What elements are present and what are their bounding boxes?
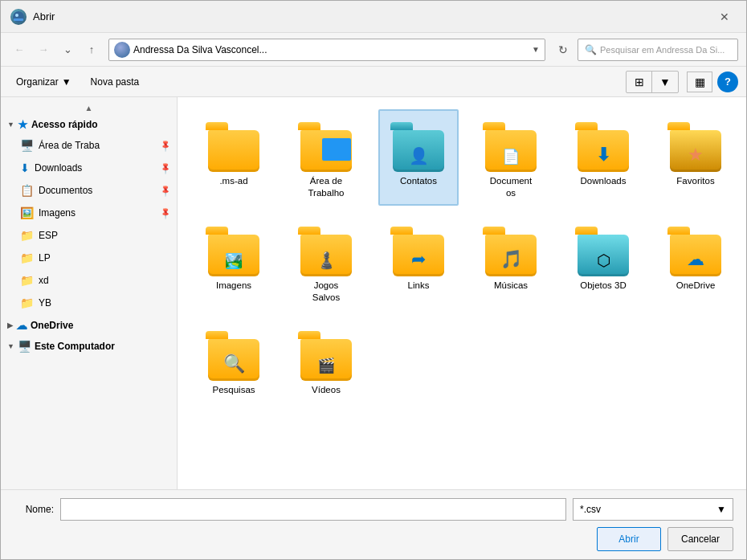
sidebar: ▲ ▼ ★ Acesso rápido 🖥️ Área de Traba 📌 ⬇… [1, 97, 178, 489]
file-item-videos[interactable]: 🎬 Vídeos [286, 318, 366, 403]
forward-button[interactable]: → [33, 39, 54, 60]
star-icon: ★ [688, 145, 704, 166]
file-item-jogos[interactable]: ♟️ JogosSalvos [286, 214, 366, 310]
quick-access-header[interactable]: ▼ ★ Acesso rápido [1, 115, 177, 134]
file-area: .ms-ad Área deTrabalho [178, 97, 746, 489]
folder-overlay-favoritos: ★ [667, 145, 724, 166]
file-label-videos: Vídeos [312, 384, 341, 396]
folder-tab-onedrive [667, 227, 690, 235]
view-grid-button[interactable]: ⊞ [627, 72, 652, 92]
folder-overlay-objetos3d: ⬡ [575, 251, 631, 270]
file-label-objetos3d: Objetos 3D [580, 280, 627, 292]
folder-icon-pesquisas: 🔍 [206, 325, 262, 381]
file-item-links[interactable]: ➦ Links [378, 214, 459, 310]
download-arrow-icon: ⬇ [596, 145, 610, 166]
organize-button[interactable]: Organizar ▼ [9, 72, 79, 92]
video-icon: 🎬 [317, 357, 335, 374]
sidebar-downloads-label: Downloads [35, 162, 156, 174]
folder-overlay-documentos: 📄 [483, 148, 539, 166]
folder-icon-jogos: ♟️ [298, 220, 354, 276]
sidebar-item-desktop[interactable]: 🖥️ Área de Traba 📌 [1, 134, 177, 157]
sidebar-item-lp[interactable]: 📁 LP [1, 247, 177, 269]
filetype-select[interactable]: *.csv ▼ [573, 498, 733, 521]
address-text: Andressa Da Silva Vasconcel... [133, 44, 529, 55]
sidebar-lp-label: LP [39, 252, 170, 264]
organize-label: Organizar [16, 76, 59, 88]
up-button[interactable]: ↑ [81, 39, 102, 60]
new-folder-label: Nova pasta [91, 76, 140, 88]
folder-overlay-links: ➦ [390, 249, 447, 270]
file-item-msad[interactable]: .ms-ad [194, 109, 274, 206]
quick-access-star-icon: ★ [18, 118, 28, 131]
pin-icon-3: 📌 [159, 184, 172, 197]
title-bar: Abrir ✕ [1, 1, 746, 33]
cancel-button[interactable]: Cancelar [667, 527, 733, 551]
dropdown-button[interactable]: ⌄ [57, 39, 78, 60]
filename-input[interactable] [60, 498, 566, 521]
music-icon: 🎵 [500, 249, 522, 270]
folder-icon-favoritos: ★ [667, 116, 724, 172]
sidebar-item-yb[interactable]: 📁 YB [1, 292, 177, 314]
folder-overlay-contatos: 👤 [390, 146, 447, 166]
svg-point-1 [15, 14, 18, 17]
sidebar-item-documents[interactable]: 📋 Documentos 📌 [1, 179, 177, 202]
folder-icon-onedrive: ☁ [667, 220, 724, 276]
this-computer-header[interactable]: ▼ 🖥️ Este Computador [1, 337, 177, 356]
file-item-pesquisas[interactable]: 🔍 Pesquisas [194, 318, 274, 403]
onedrive-header[interactable]: ▶ ☁ OneDrive [1, 316, 177, 335]
file-item-downloads[interactable]: ⬇ Downloads [563, 109, 643, 206]
file-item-favoritos[interactable]: ★ Favoritos [655, 109, 736, 206]
documents-icon: 📋 [20, 184, 34, 197]
folder-icon-xd: 📁 [20, 274, 34, 287]
chess-icon: ♟️ [316, 251, 337, 270]
folder-tab-jogos [298, 227, 320, 235]
view-dropdown-button[interactable]: ▼ [652, 72, 678, 92]
cloud-icon: ☁ [687, 249, 704, 270]
open-dialog: Abrir ✕ ← → ⌄ ↑ Andressa Da Silva Vascon… [0, 0, 747, 560]
folder-icon-imagens: 🏞️ [206, 220, 262, 276]
address-field[interactable]: Andressa Da Silva Vasconcel... ▼ [108, 39, 545, 61]
folder-icon-musicas: 🎵 [483, 220, 539, 276]
file-label-msad: .ms-ad [219, 175, 247, 187]
file-label-musicas: Músicas [494, 280, 528, 292]
sidebar-item-downloads[interactable]: ⬇ Downloads 📌 [1, 157, 177, 179]
new-folder-button[interactable]: Nova pasta [84, 72, 147, 92]
folder-base [208, 130, 259, 172]
sidebar-item-images[interactable]: 🖼️ Imagens 📌 [1, 202, 177, 224]
pin-icon: 📌 [159, 139, 172, 152]
open-button[interactable]: Abrir [597, 527, 661, 551]
close-button[interactable]: ✕ [712, 8, 737, 26]
file-label-favoritos: Favoritos [676, 175, 714, 187]
file-item-desktop[interactable]: Área deTrabalho [286, 109, 366, 206]
file-item-musicas[interactable]: 🎵 Músicas [471, 214, 551, 310]
pane-toggle-icon: ▦ [695, 76, 705, 88]
file-label-imagens: Imagens [216, 280, 251, 292]
file-item-onedrive[interactable]: ☁ OneDrive [655, 214, 736, 310]
main-content: ▲ ▼ ★ Acesso rápido 🖥️ Área de Traba 📌 ⬇… [1, 97, 746, 489]
search-field[interactable]: 🔍 Pesquisar em Andressa Da Si... [578, 39, 738, 61]
back-button[interactable]: ← [9, 39, 30, 60]
folder-icon-yb: 📁 [20, 296, 34, 309]
pane-toggle-button[interactable]: ▦ [687, 72, 712, 92]
file-item-objetos3d[interactable]: ⬡ Objetos 3D [563, 214, 643, 310]
refresh-button[interactable]: ↻ [552, 39, 574, 61]
file-label-pesquisas: Pesquisas [212, 384, 255, 396]
sidebar-item-esp[interactable]: 📁 ESP [1, 224, 177, 247]
file-item-imagens[interactable]: 🏞️ Imagens [194, 214, 274, 310]
scroll-up-arrow[interactable]: ▲ [81, 102, 97, 113]
help-button[interactable]: ? [717, 72, 738, 92]
sidebar-documents-label: Documentos [39, 185, 156, 196]
quick-access-label: Acesso rápido [31, 119, 98, 130]
folder-overlay-imagens: 🏞️ [206, 252, 262, 270]
file-item-contatos[interactable]: 👤 Contatos [378, 109, 459, 206]
folder-icon-msad [206, 116, 262, 172]
folder-icon-objetos3d: ⬡ [575, 220, 631, 276]
sidebar-item-xd[interactable]: 📁 xd [1, 269, 177, 292]
contact-icon: 👤 [409, 146, 429, 166]
toolbar: Organizar ▼ Nova pasta ⊞ ▼ ▦ ? [1, 67, 746, 97]
images-icon: 🖼️ [20, 206, 34, 219]
folder-tab-objetos3d [575, 227, 598, 235]
pin-icon-2: 📌 [159, 161, 172, 174]
file-item-documentos[interactable]: 📄 Documentos [471, 109, 551, 206]
onedrive-label: OneDrive [31, 320, 73, 331]
